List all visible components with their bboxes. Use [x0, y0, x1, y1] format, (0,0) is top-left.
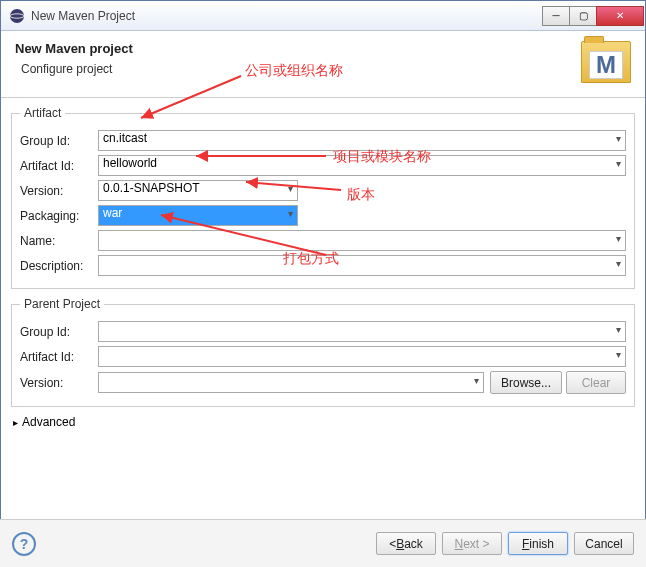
finish-button[interactable]: Finish: [508, 532, 568, 555]
window-title: New Maven Project: [31, 9, 543, 23]
help-icon[interactable]: ?: [12, 532, 36, 556]
group-id-input[interactable]: cn.itcast: [98, 130, 626, 151]
next-button: Next >: [442, 532, 502, 555]
version-input[interactable]: 0.0.1-SNAPSHOT: [98, 180, 298, 201]
maximize-button[interactable]: ▢: [569, 6, 597, 26]
cancel-button[interactable]: Cancel: [574, 532, 634, 555]
parent-group-id-label: Group Id:: [20, 325, 98, 339]
page-title: New Maven project: [15, 41, 581, 56]
parent-project-group: Parent Project Group Id: Artifact Id: Ve…: [11, 297, 635, 407]
parent-version-label: Version:: [20, 376, 98, 390]
clear-button[interactable]: Clear: [566, 371, 626, 394]
artifact-id-label: Artifact Id:: [20, 159, 98, 173]
back-button[interactable]: < Back: [376, 532, 436, 555]
close-button[interactable]: ✕: [596, 6, 644, 26]
description-label: Description:: [20, 259, 98, 273]
packaging-label: Packaging:: [20, 209, 98, 223]
page-subtitle: Configure project: [21, 62, 581, 76]
description-input[interactable]: [98, 255, 626, 276]
browse-button[interactable]: Browse...: [490, 371, 562, 394]
parent-legend: Parent Project: [20, 297, 104, 311]
wizard-banner: New Maven project Configure project M: [1, 31, 645, 98]
svg-point-0: [10, 9, 24, 23]
parent-group-id-input[interactable]: [98, 321, 626, 342]
titlebar: New Maven Project ─ ▢ ✕: [1, 1, 645, 31]
parent-artifact-id-label: Artifact Id:: [20, 350, 98, 364]
advanced-toggle[interactable]: Advanced: [13, 415, 633, 429]
artifact-group: Artifact Group Id: cn.itcast Artifact Id…: [11, 106, 635, 289]
artifact-legend: Artifact: [20, 106, 65, 120]
artifact-id-input[interactable]: helloworld: [98, 155, 626, 176]
eclipse-icon: [9, 8, 25, 24]
maven-folder-icon: M: [581, 41, 631, 83]
version-label: Version:: [20, 184, 98, 198]
parent-version-input[interactable]: [98, 372, 484, 393]
group-id-label: Group Id:: [20, 134, 98, 148]
minimize-button[interactable]: ─: [542, 6, 570, 26]
wizard-footer: ? < Back Next > Finish Cancel: [0, 519, 646, 567]
packaging-input[interactable]: war: [98, 205, 298, 226]
parent-artifact-id-input[interactable]: [98, 346, 626, 367]
name-label: Name:: [20, 234, 98, 248]
name-input[interactable]: [98, 230, 626, 251]
